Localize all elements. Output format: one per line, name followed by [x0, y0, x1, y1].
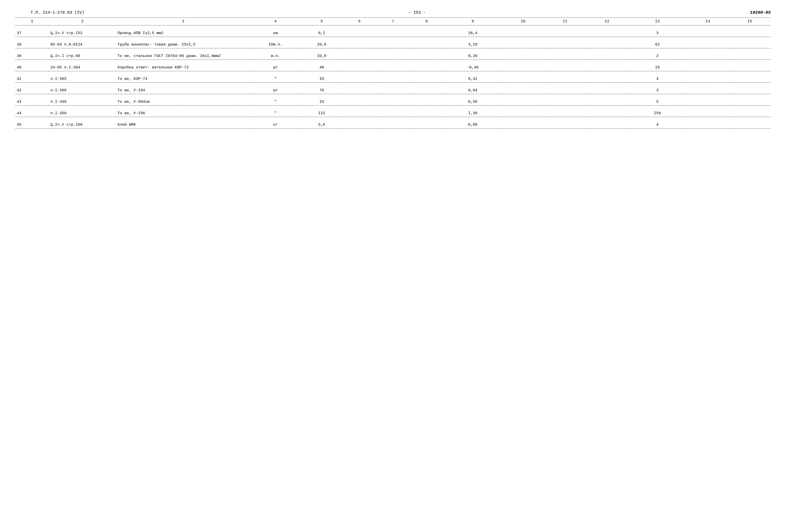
cell-4-9 — [502, 76, 544, 82]
cell-7-0: 44 — [15, 110, 49, 117]
cell-0-14 — [729, 30, 771, 37]
cell-4-12: 4 — [628, 76, 687, 82]
cell-3-8: -0,40 — [443, 64, 502, 71]
cell-5-13 — [687, 87, 729, 94]
cell-1-13 — [687, 42, 729, 48]
cell-2-12: 2 — [628, 53, 687, 59]
cell-2-0: 39 — [15, 53, 49, 59]
table-row: 37Ц.Iч.У стр.I52Провод АПВ Iх2,5 мм2км0,… — [15, 30, 771, 37]
cell-7-6 — [376, 110, 410, 117]
cell-5-5 — [343, 87, 376, 94]
cell-8-5 — [343, 122, 376, 128]
cell-4-11 — [586, 76, 628, 82]
col-header-9: 9 — [443, 18, 502, 25]
cell-4-3: " — [250, 76, 301, 82]
col-header-12: I2 — [586, 18, 628, 25]
cell-1-8: 3,IO — [443, 42, 502, 48]
cell-7-5 — [343, 110, 376, 117]
cell-7-4: I22 — [301, 110, 343, 117]
cell-4-8: 0,4I — [443, 76, 502, 82]
cell-8-11 — [586, 122, 628, 128]
cell-2-8: 0,20 — [443, 53, 502, 59]
cell-1-14 — [729, 42, 771, 48]
cell-0-6 — [376, 30, 410, 37]
cell-1-6 — [376, 42, 410, 48]
cell-4-7 — [410, 76, 443, 82]
cell-5-7 — [410, 87, 443, 94]
main-table: I 2 3 4 5 6 7 8 9 IO II I2 I3 I4 I5 37Ц.… — [15, 18, 771, 128]
cell-6-9 — [502, 99, 544, 105]
cell-3-10 — [544, 64, 586, 71]
cell-4-4: IO — [301, 76, 343, 82]
cell-8-3: кг — [250, 122, 301, 128]
cell-7-8: I,30 — [443, 110, 502, 117]
cell-6-0: 43 — [15, 99, 49, 105]
cell-3-2: Коробка ответ- вительная КОР-73 — [116, 64, 251, 71]
cell-3-11 — [586, 64, 628, 71]
cell-3-7 — [410, 64, 443, 71]
cell-6-11 — [586, 99, 628, 105]
cell-1-9 — [502, 42, 544, 48]
cell-4-2: То же, КОР-74 — [116, 76, 251, 82]
cell-1-5 — [343, 42, 376, 48]
cell-8-4: 5,6 — [301, 122, 343, 128]
cell-5-10 — [544, 87, 586, 94]
cell-6-13 — [687, 99, 729, 105]
cell-6-14 — [729, 99, 771, 105]
cell-6-2: То же, У-994см — [116, 99, 251, 105]
cell-3-0: 40 — [15, 64, 49, 71]
cell-2-1: Ц.Iч.I стр.68 — [49, 53, 116, 59]
cell-6-3: " — [250, 99, 301, 105]
cell-2-9 — [502, 53, 544, 59]
cell-0-0: 37 — [15, 30, 49, 37]
col-header-5: 5 — [301, 18, 343, 25]
col-header-15: I5 — [729, 18, 771, 25]
col-header-2: 2 — [49, 18, 116, 25]
cell-5-14 — [729, 87, 771, 94]
cell-8-8: 0,80 — [443, 122, 502, 128]
cell-8-2: Клей БМК — [116, 122, 251, 128]
cell-0-3: км — [250, 30, 301, 37]
cell-6-1: п.I-348 — [49, 99, 116, 105]
page-header: Т.П. 214-1-270.83 (IV) - I53 - 19200-05 — [15, 10, 771, 15]
cell-4-0: 4I — [15, 76, 49, 82]
cell-5-4: 70 — [301, 87, 343, 94]
cell-8-1: Ц.Iч.У стр.I66 — [49, 122, 116, 128]
cell-7-1: п.I-350 — [49, 110, 116, 117]
cell-4-1: п.I-365 — [49, 76, 116, 82]
table-row: 3805-03 п.8-0I24Труба виниплас- товая ди… — [15, 42, 771, 48]
cell-8-13 — [687, 122, 729, 128]
cell-0-9 — [502, 30, 544, 37]
cell-7-3: " — [250, 110, 301, 117]
cell-7-10 — [544, 110, 586, 117]
cell-3-3: шт — [250, 64, 301, 71]
cell-1-7 — [410, 42, 443, 48]
cell-8-7 — [410, 122, 443, 128]
table-row: 44п.I-350То же, У-I96"I22I,30I59 — [15, 110, 771, 117]
col-header-3: 3 — [116, 18, 251, 25]
cell-0-11 — [586, 30, 628, 37]
cell-8-14 — [729, 122, 771, 128]
cell-6-5 — [343, 99, 376, 105]
header-right: 19200-05 — [750, 10, 771, 15]
cell-3-1: 24-05 п.I-364 — [49, 64, 116, 71]
cell-3-13 — [687, 64, 729, 71]
cell-5-1: п.I-368 — [49, 87, 116, 94]
cell-6-12: 5 — [628, 99, 687, 105]
cell-0-7 — [410, 30, 443, 37]
column-header-row: I 2 3 4 5 6 7 8 9 IO II I2 I3 I4 I5 — [15, 18, 771, 25]
cell-2-7 — [410, 53, 443, 59]
cell-7-9 — [502, 110, 544, 117]
cell-3-6 — [376, 64, 410, 71]
cell-2-5 — [343, 53, 376, 59]
cell-4-10 — [544, 76, 586, 82]
cell-1-4: 20,0 — [301, 42, 343, 48]
col-header-13: I3 — [628, 18, 687, 25]
table-row: 4Iп.I-365То же, КОР-74"IO0,4I4 — [15, 76, 771, 82]
cell-5-2: То же, У-I94 — [116, 87, 251, 94]
table-row: 4024-05 п.I-364Коробка ответ- вительная … — [15, 64, 771, 71]
cell-0-13 — [687, 30, 729, 37]
cell-7-11 — [586, 110, 628, 117]
table-row: 39Ц.Iч.I стр.68То же, стальная ГОСТ I070… — [15, 53, 771, 59]
cell-2-11 — [586, 53, 628, 59]
